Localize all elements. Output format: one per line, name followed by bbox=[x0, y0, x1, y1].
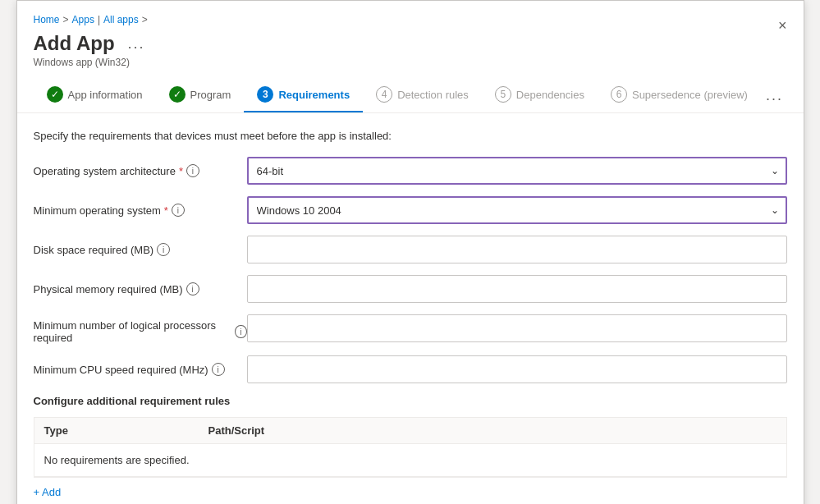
os-architecture-info-icon[interactable]: i bbox=[186, 164, 199, 177]
disk-space-label: Disk space required (MB) i bbox=[34, 243, 247, 256]
tab-program-icon: ✓ bbox=[169, 86, 186, 103]
breadcrumb-all-apps[interactable]: All apps bbox=[103, 14, 139, 25]
cpu-speed-label: Minimum CPU speed required (MHz) i bbox=[34, 363, 247, 376]
tab-dependencies-label: Dependencies bbox=[516, 89, 584, 101]
additional-rules-title: Configure additional requirement rules bbox=[34, 395, 787, 407]
tabs-more-button[interactable]: ... bbox=[761, 80, 788, 111]
tab-app-information[interactable]: ✓ App information bbox=[34, 78, 156, 112]
cpu-speed-control bbox=[247, 355, 787, 383]
tab-requirements-icon: 3 bbox=[257, 86, 273, 103]
tab-supersedence[interactable]: 6 Supersedence (preview) bbox=[598, 78, 761, 112]
tab-dependencies[interactable]: 5 Dependencies bbox=[482, 78, 598, 112]
logical-processors-input[interactable] bbox=[247, 314, 787, 342]
tab-supersedence-icon: 6 bbox=[611, 86, 627, 103]
disk-space-row: Disk space required (MB) i bbox=[34, 236, 787, 263]
breadcrumb: Home > Apps | All apps > bbox=[34, 14, 787, 25]
tab-program[interactable]: ✓ Program bbox=[156, 78, 245, 112]
breadcrumb-sep3: > bbox=[142, 14, 148, 25]
disk-space-info-icon[interactable]: i bbox=[157, 243, 170, 256]
page-subtitle: Windows app (Win32) bbox=[34, 57, 787, 68]
breadcrumb-home[interactable]: Home bbox=[34, 14, 60, 25]
tab-app-information-icon: ✓ bbox=[47, 86, 63, 103]
add-requirement-link[interactable]: + Add bbox=[34, 486, 62, 498]
modal-header: Home > Apps | All apps > Add App ... Win… bbox=[17, 1, 804, 71]
logical-processors-info-icon[interactable]: i bbox=[235, 325, 246, 338]
modal-container: Home > Apps | All apps > Add App ... Win… bbox=[16, 0, 804, 504]
table-col-type-header: Type bbox=[44, 424, 208, 437]
logical-processors-row: Minimum number of logical processors req… bbox=[34, 314, 787, 344]
table-header: Type Path/Script bbox=[34, 418, 786, 444]
os-architecture-control: 32-bit 64-bit 32-bit and 64-bit ⌄ bbox=[247, 157, 787, 185]
form-description: Specify the requirements that devices mu… bbox=[34, 130, 787, 142]
logical-processors-control bbox=[247, 314, 787, 342]
tab-dependencies-icon: 5 bbox=[495, 86, 511, 103]
form-content: Specify the requirements that devices mu… bbox=[17, 113, 804, 504]
header-ellipsis-button[interactable]: ... bbox=[123, 34, 150, 54]
tab-app-information-label: App information bbox=[68, 89, 143, 101]
physical-memory-row: Physical memory required (MB) i bbox=[34, 275, 787, 303]
disk-space-control bbox=[247, 236, 787, 263]
tab-detection-rules-icon: 4 bbox=[376, 86, 392, 103]
tab-requirements-label: Requirements bbox=[278, 89, 350, 101]
tab-requirements[interactable]: 3 Requirements bbox=[244, 78, 363, 112]
min-os-select[interactable]: Windows 10 1607 Windows 10 1703 Windows … bbox=[247, 196, 787, 224]
cpu-speed-row: Minimum CPU speed required (MHz) i bbox=[34, 355, 787, 383]
logical-processors-label: Minimum number of logical processors req… bbox=[34, 314, 247, 344]
os-architecture-label: Operating system architecture * i bbox=[34, 164, 247, 177]
min-os-info-icon[interactable]: i bbox=[172, 204, 185, 217]
os-architecture-required: * bbox=[179, 165, 183, 177]
tab-supersedence-label: Supersedence (preview) bbox=[632, 89, 748, 101]
os-architecture-row: Operating system architecture * i 32-bit… bbox=[34, 157, 787, 185]
physical-memory-input[interactable] bbox=[247, 275, 787, 303]
tab-detection-rules-label: Detection rules bbox=[397, 89, 469, 101]
title-row: Add App ... bbox=[34, 32, 787, 55]
disk-space-input[interactable] bbox=[247, 236, 787, 263]
min-os-row: Minimum operating system * i Windows 10 … bbox=[34, 196, 787, 224]
page-title: Add App bbox=[34, 32, 115, 55]
tab-detection-rules[interactable]: 4 Detection rules bbox=[363, 78, 482, 112]
physical-memory-label: Physical memory required (MB) i bbox=[34, 282, 247, 296]
physical-memory-info-icon[interactable]: i bbox=[186, 282, 199, 296]
table-col-path-header: Path/Script bbox=[208, 424, 776, 437]
physical-memory-control bbox=[247, 275, 787, 303]
breadcrumb-sep1: > bbox=[63, 14, 69, 25]
min-os-required: * bbox=[164, 204, 168, 217]
min-os-control: Windows 10 1607 Windows 10 1703 Windows … bbox=[247, 196, 787, 224]
breadcrumb-apps[interactable]: Apps bbox=[72, 14, 94, 25]
tabs-container: ✓ App information ✓ Program 3 Requiremen… bbox=[17, 78, 804, 113]
cpu-speed-info-icon[interactable]: i bbox=[212, 363, 225, 376]
breadcrumb-sep2: | bbox=[98, 14, 100, 25]
cpu-speed-input[interactable] bbox=[247, 355, 787, 383]
table-empty-message: No requirements are specified. bbox=[34, 444, 786, 477]
min-os-label: Minimum operating system * i bbox=[34, 204, 247, 217]
close-button[interactable]: × bbox=[775, 14, 790, 38]
os-architecture-select[interactable]: 32-bit 64-bit 32-bit and 64-bit bbox=[247, 157, 787, 185]
requirements-table: Type Path/Script No requirements are spe… bbox=[34, 417, 787, 478]
tab-program-label: Program bbox=[190, 89, 231, 101]
